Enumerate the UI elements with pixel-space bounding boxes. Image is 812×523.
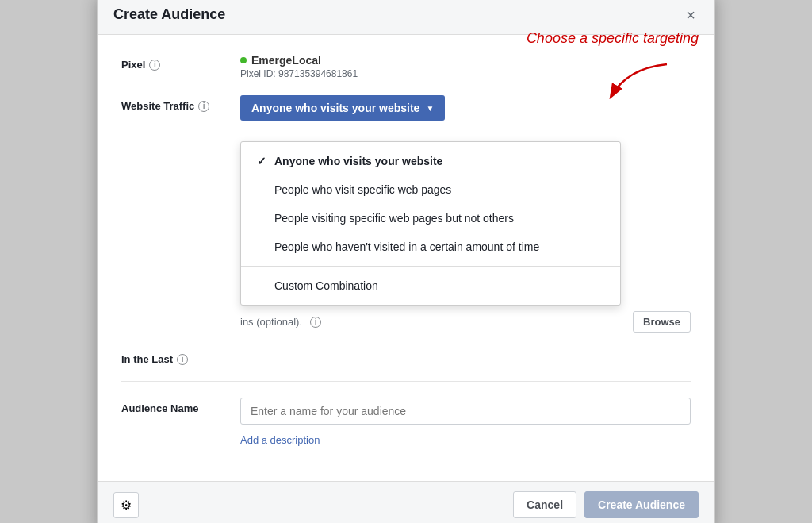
no-check-icon (257, 183, 268, 196)
includes-content: ins (optional). i Browse (240, 311, 691, 333)
website-traffic-dropdown-menu: ✓ Anyone who visits your website People … (240, 141, 621, 306)
website-traffic-row: Website Traffic i Anyone who visits your… (121, 95, 691, 121)
website-traffic-info-icon[interactable]: i (198, 101, 209, 112)
pixel-info-icon[interactable]: i (149, 60, 160, 71)
dropdown-item-havent-visited-label: People who haven't visited in a certain … (274, 240, 539, 253)
pixel-status-dot (240, 57, 247, 63)
dropdown-item-specific-label: People who visit specific web pages (274, 183, 451, 196)
pixel-id: Pixel ID: 987135394681861 (240, 68, 465, 79)
no-check-icon-2 (257, 212, 268, 225)
dropdown-item-specific[interactable]: People who visit specific web pages (241, 175, 620, 204)
dropdown-item-specific-not-others-label: People visiting specific web pages but n… (274, 212, 514, 225)
close-button[interactable]: × (683, 7, 699, 23)
browse-button[interactable]: Browse (633, 311, 691, 333)
annotation-text: Choose a specific targeting (527, 30, 699, 47)
dropdown-item-custom[interactable]: Custom Combination (241, 271, 620, 300)
settings-icon: ⚙ (121, 498, 132, 513)
create-audience-modal: Create Audience × Pixel i EmergeLocal Pi… (97, 0, 715, 523)
pixel-name: EmergeLocal (240, 54, 465, 67)
modal-title: Create Audience (113, 6, 225, 23)
audience-name-inner-row: Audience Name (121, 398, 691, 425)
includes-label (121, 320, 240, 325)
dropdown-item-anyone[interactable]: ✓ Anyone who visits your website (241, 147, 620, 175)
in-the-last-label: In the Last i (121, 348, 240, 365)
includes-row: ins (optional). i Browse (121, 311, 691, 333)
pixel-row: Pixel i EmergeLocal Pixel ID: 9871353946… (121, 54, 691, 79)
add-description-link[interactable]: Add a description (240, 434, 320, 446)
audience-name-row: Audience Name Add a description (121, 398, 691, 446)
settings-button[interactable]: ⚙ (113, 492, 139, 518)
create-audience-button[interactable]: Create Audience (584, 491, 699, 518)
section-divider (121, 381, 691, 382)
includes-optional-text: ins (optional). (240, 316, 302, 328)
modal-body: Pixel i EmergeLocal Pixel ID: 9871353946… (98, 35, 714, 481)
cancel-button[interactable]: Cancel (513, 491, 576, 518)
dropdown-item-custom-label: Custom Combination (274, 279, 378, 292)
audience-name-input[interactable] (240, 398, 691, 425)
no-check-icon-4 (257, 279, 268, 292)
dropdown-chevron-icon: ▼ (426, 104, 434, 113)
footer-left: ⚙ (113, 492, 139, 518)
add-description-wrapper: Add a description (121, 429, 320, 446)
audience-name-label: Audience Name (121, 398, 240, 414)
website-traffic-dropdown[interactable]: Anyone who visits your website ▼ (240, 95, 445, 121)
no-check-icon-3 (257, 240, 268, 253)
includes-info-icon[interactable]: i (310, 317, 321, 328)
website-traffic-label: Website Traffic i (121, 95, 240, 112)
modal-footer: ⚙ Cancel Create Audience (98, 481, 714, 523)
dropdown-item-anyone-label: Anyone who visits your website (274, 155, 442, 167)
website-traffic-section: Website Traffic i Anyone who visits your… (121, 95, 691, 121)
dropdown-item-havent-visited[interactable]: People who haven't visited in a certain … (241, 233, 620, 261)
dropdown-divider (241, 266, 620, 267)
pixel-info: EmergeLocal Pixel ID: 987135394681861 (240, 54, 465, 79)
in-the-last-row: In the Last i (121, 348, 691, 365)
audience-name-input-wrapper (240, 398, 691, 425)
dropdown-selected-label: Anyone who visits your website (251, 102, 419, 114)
in-the-last-info-icon[interactable]: i (177, 354, 188, 365)
pixel-label: Pixel i (121, 54, 240, 71)
footer-right: Cancel Create Audience (513, 491, 699, 518)
check-icon: ✓ (257, 155, 268, 167)
website-traffic-content: Anyone who visits your website ▼ (240, 95, 691, 121)
dropdown-item-specific-not-others[interactable]: People visiting specific web pages but n… (241, 204, 620, 233)
